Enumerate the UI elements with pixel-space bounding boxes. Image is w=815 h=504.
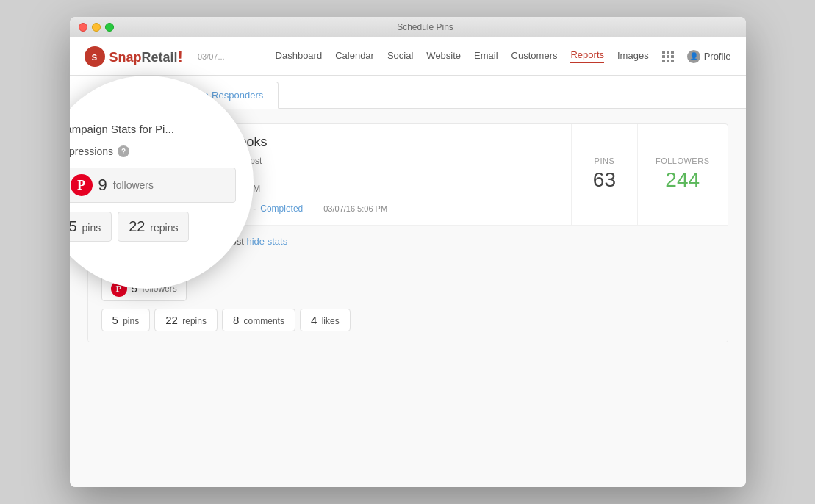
- hide-stats-link[interactable]: hide stats: [247, 236, 288, 247]
- profile-label: Profile: [704, 51, 731, 62]
- magnify-followers-word: followers: [113, 179, 154, 191]
- stat-comments-num: 8: [233, 314, 239, 326]
- stat-pill-repins: 22 repins: [154, 309, 218, 331]
- magnify-stat-repins: 22 repins: [118, 212, 189, 242]
- title-bar: Schedule Pins: [70, 17, 746, 37]
- followers-label: Followers: [656, 156, 710, 165]
- nav-date: 03/07...: [198, 52, 225, 61]
- followers-stat: Followers 244: [637, 124, 728, 225]
- stats-pills-row: 5 pins 22 repins 8 comments 4: [101, 309, 714, 331]
- nav-links: Dashboard Calendar Social Website Email …: [276, 49, 731, 63]
- stat-pins-num: 5: [112, 314, 118, 326]
- magnify-impressions-label: Impressions: [70, 145, 113, 157]
- magnify-stat-pins: 5 pins: [70, 212, 112, 242]
- nav-link-social[interactable]: Social: [387, 50, 413, 62]
- nav-link-reports[interactable]: Reports: [570, 49, 604, 63]
- magnify-help-icon[interactable]: ?: [118, 145, 129, 157]
- logo: s SnapRetail!: [85, 46, 183, 67]
- magnify-repins-label: repins: [150, 222, 178, 234]
- completed-link[interactable]: Completed: [260, 204, 303, 214]
- stat-pins-label: pins: [123, 316, 139, 326]
- magnify-content: Campaign Stats for Pi... Impressions ? P…: [70, 108, 254, 256]
- posted-date: 03/07/16 5:06 PM: [323, 204, 387, 213]
- maximize-button[interactable]: [105, 23, 114, 32]
- magnify-pinterest-icon: P: [71, 174, 93, 196]
- stat-repins-num: 22: [165, 314, 178, 326]
- nav-link-customers[interactable]: Customers: [511, 50, 558, 62]
- magnify-pins-label: pins: [82, 222, 101, 234]
- stat-likes-num: 4: [311, 314, 317, 326]
- magnify-followers-count: 9: [98, 176, 107, 195]
- nav-link-images[interactable]: Images: [617, 50, 649, 62]
- grid-icon[interactable]: [662, 51, 674, 62]
- logo-text: SnapRetail!: [109, 47, 183, 66]
- window-title: Schedule Pins: [114, 22, 737, 32]
- pins-value: 63: [593, 168, 616, 192]
- stat-pill-comments: 8 comments: [222, 309, 295, 331]
- magnify-repins-num: 22: [129, 218, 145, 234]
- pins-label: Pins: [595, 156, 615, 165]
- close-button[interactable]: [79, 23, 87, 32]
- nav-link-calendar[interactable]: Calendar: [335, 50, 374, 62]
- magnify-stats-row: 5 pins 22 repins: [70, 212, 236, 242]
- stat-repins-label: repins: [182, 316, 207, 326]
- stat-likes-label: likes: [322, 316, 340, 326]
- mac-window: Schedule Pins s SnapRetail! 03/07... Das…: [70, 17, 746, 487]
- stat-comments-label: comments: [244, 316, 284, 326]
- logo-icon: s: [85, 46, 105, 67]
- magnify-followers-pill: P 9 followers: [70, 168, 236, 203]
- minimize-button[interactable]: [92, 23, 101, 32]
- traffic-lights: [79, 23, 114, 32]
- nav-link-email[interactable]: Email: [474, 50, 498, 62]
- followers-value: 244: [665, 168, 700, 192]
- profile-button[interactable]: 👤 Profile: [687, 50, 731, 63]
- stat-pill-likes: 4 likes: [300, 309, 351, 331]
- top-nav: s SnapRetail! 03/07... Dashboard Calenda…: [70, 37, 746, 76]
- profile-avatar-icon: 👤: [687, 50, 700, 63]
- magnify-title: Campaign Stats for Pi...: [70, 123, 236, 135]
- pins-stat: Pins 63: [571, 124, 637, 225]
- magnify-impressions-row: Impressions ?: [70, 145, 236, 157]
- magnify-pins-num: 5: [70, 218, 77, 234]
- nav-link-website[interactable]: Website: [426, 50, 461, 62]
- stat-pill-pins: 5 pins: [101, 309, 151, 331]
- nav-link-dashboard[interactable]: Dashboard: [276, 50, 323, 62]
